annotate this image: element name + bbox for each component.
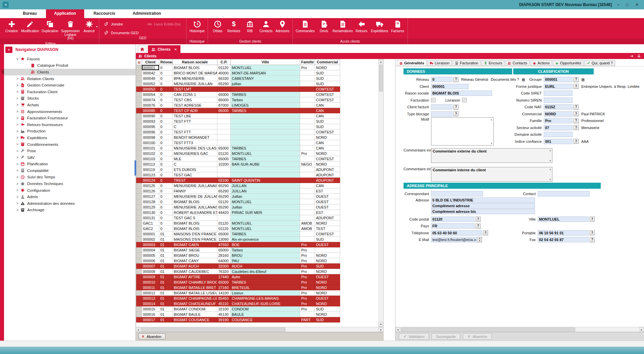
motif-textarea[interactable]: ▲ ▼ xyxy=(431,117,494,145)
cell-reseau[interactable]: 0 xyxy=(159,178,173,183)
cell-client[interactable]: 000098 xyxy=(142,135,159,140)
cell-ville[interactable]: JUILLAN xyxy=(231,188,300,194)
indice-confiance-help-button[interactable]: ? xyxy=(574,139,579,144)
cell-raison-sociale[interactable]: MENUISERIE DE JUILLAN xyxy=(173,194,217,199)
table-row[interactable]: 00001101BIGMAT BATAILLE BRET27160BRETEUI… xyxy=(137,285,340,290)
cell-ville[interactable]: LIMOGES xyxy=(231,103,300,108)
cell-ville[interactable]: TARBES xyxy=(231,280,300,285)
cell-reseau[interactable]: 0 xyxy=(159,162,173,167)
contact-input[interactable] xyxy=(538,191,590,196)
type-blocage-input[interactable] xyxy=(431,111,452,117)
reseau-help-button[interactable]: ? xyxy=(453,77,459,82)
sidebar-item-comptabilite[interactable]: >Comptabilité xyxy=(4,167,136,174)
ribbon-button-duplication[interactable]: Duplication xyxy=(40,19,59,34)
textarea-scroll-down-icon[interactable]: ▼ xyxy=(549,178,551,181)
cell-raison-sociale[interactable]: C xyxy=(173,124,217,129)
cell-commercial[interactable]: SUD xyxy=(315,237,340,242)
cell-client[interactable]: 000017 xyxy=(142,317,159,322)
sidebar-item-configuration[interactable]: >Configuration xyxy=(4,187,136,194)
horizontal-scroll-thumb[interactable] xyxy=(141,328,285,332)
cell-reseau[interactable]: 01 xyxy=(159,247,173,253)
cell-ville[interactable]: MONTLUEL xyxy=(231,221,300,226)
cell-commercial[interactable]: OUEST xyxy=(315,199,340,204)
cell-client[interactable]: 000124 xyxy=(142,178,159,183)
cell-ville[interactable]: Juillan xyxy=(231,204,300,210)
cell-reseau[interactable]: 0 xyxy=(159,103,173,108)
portable-help-button[interactable]: ? xyxy=(590,230,595,235)
cell-ville[interactable]: TARBES xyxy=(231,92,300,97)
cell-ville[interactable]: Aytre xyxy=(231,274,300,280)
cell-raison-sociale[interactable]: TREST xyxy=(173,178,217,183)
cell-client[interactable]: 000012 xyxy=(142,290,159,296)
cell-client[interactable]: 000006 xyxy=(142,258,159,263)
table-row[interactable]: 00000201MAISONS D'EN FRANCE13090Aix-en-p… xyxy=(137,237,340,242)
cell-commercial[interactable]: NORD xyxy=(315,280,340,285)
row-selector[interactable] xyxy=(137,274,142,280)
cell-ville[interactable] xyxy=(231,119,300,124)
cell-ville[interactable] xyxy=(231,135,300,140)
cell-reseau[interactable]: 0 xyxy=(159,210,173,215)
cell-famille[interactable] xyxy=(300,215,315,221)
cell-c-p[interactable]: 01120 xyxy=(217,65,231,70)
scroll-right-icon[interactable]: ► xyxy=(639,327,644,332)
cell-client[interactable]: 000007 xyxy=(142,263,159,269)
cell-ville[interactable]: MONTLUEL xyxy=(231,65,300,70)
sidebar-item-administration-des-donnees[interactable]: >Administration des données xyxy=(4,200,136,207)
cell-raison-sociale[interactable]: BIGMAT BLOIS xyxy=(173,199,217,204)
cell-ville[interactable]: CONDOM xyxy=(231,306,300,312)
sidebar-item-achats[interactable]: >Achats xyxy=(4,102,136,108)
email-spinner[interactable]: ▲▼ xyxy=(478,237,482,242)
code-postal-input[interactable] xyxy=(431,217,475,222)
sidebar-item-facturation-client[interactable]: >Facturation Client xyxy=(4,88,136,95)
sidebar-item-facturation-fournisseur[interactable]: >Facturation Fournisseur xyxy=(4,115,136,121)
detail-abandon-button[interactable]: Abandon xyxy=(463,333,492,340)
cell-client[interactable]: 000126 xyxy=(142,188,159,194)
cell-famille[interactable] xyxy=(300,194,315,199)
famille-help-button[interactable]: ? xyxy=(574,118,579,123)
cell-raison-sociale[interactable]: MENUISERIES GAC xyxy=(173,151,217,156)
table-row[interactable]: 0000490BPA MENUISERIE66330CABESTANYSUD xyxy=(137,76,340,81)
cell-commercial[interactable]: COMTEST xyxy=(315,129,340,135)
cell-commercial[interactable]: OUEST xyxy=(315,274,340,280)
row-selector[interactable] xyxy=(137,92,142,97)
tab-actions[interactable]: ◉Actions xyxy=(530,60,552,66)
sidebar-item-expeditions[interactable]: >Expéditions xyxy=(4,134,136,141)
row-selector[interactable] xyxy=(137,263,142,269)
cell-ville[interactable] xyxy=(231,215,300,221)
row-selector[interactable] xyxy=(137,162,142,167)
cell-ville[interactable]: BOE xyxy=(231,242,300,247)
table-row[interactable]: 0000900TEST LBECAN xyxy=(137,113,340,119)
cell-c-p[interactable]: 64000 xyxy=(217,258,231,263)
detail-horizontal-scrollbar[interactable]: ◄ ► xyxy=(395,327,644,332)
cell-commercial[interactable]: NORD xyxy=(315,269,340,274)
cell-commercial[interactable]: OUEST xyxy=(315,204,340,210)
table-row[interactable]: 0000760TEST ADRESSE87000LIMOGESCAN xyxy=(137,103,340,108)
groupe-help-button[interactable]: ? xyxy=(574,77,579,82)
detail-sauvegarde-button[interactable]: Sauvegarde xyxy=(432,333,460,340)
cell-commercial[interactable]: CAN xyxy=(315,183,340,188)
minimize-button[interactable]: – xyxy=(617,2,620,7)
row-selector[interactable] xyxy=(137,103,142,108)
row-selector[interactable] xyxy=(137,76,142,81)
cell-famille[interactable] xyxy=(300,135,315,140)
cell-client[interactable]: 000102 xyxy=(142,151,159,156)
tab-opportunites[interactable]: ◈Opportunités xyxy=(553,60,584,66)
cell-reseau[interactable]: 0 xyxy=(159,204,173,210)
column-header-reseau[interactable]: Réseau xyxy=(159,59,173,65)
column-header-ville[interactable]: Ville xyxy=(231,59,300,65)
table-row[interactable]: 0000520MENUISERIE JUILLAN65290juillanSUD xyxy=(137,81,340,86)
table-row[interactable]: 0000960TEST FTTCOMTEST xyxy=(137,129,340,135)
table-horizontal-scrollbar[interactable]: ◄ ► xyxy=(136,327,383,332)
cell-raison-sociale[interactable]: BIGMAT CAUDEBEC xyxy=(173,269,217,274)
row-selector[interactable] xyxy=(137,269,142,274)
cell-famille[interactable] xyxy=(300,312,315,317)
cell-client[interactable]: 000042 xyxy=(142,70,159,76)
cell-raison-sociale[interactable]: TEST LBE xyxy=(173,113,217,119)
cell-raison-sociale[interactable]: BRICO MONT DE MARSA xyxy=(173,70,217,76)
cell-c-p[interactable] xyxy=(217,135,231,140)
row-selector[interactable] xyxy=(137,151,142,156)
cell-c-p[interactable]: 65000 xyxy=(217,280,231,285)
cell-famille[interactable]: Pro xyxy=(300,290,315,296)
cell-reseau[interactable]: 0 xyxy=(159,151,173,156)
sidebar-collapse-button[interactable]: « xyxy=(5,47,12,53)
